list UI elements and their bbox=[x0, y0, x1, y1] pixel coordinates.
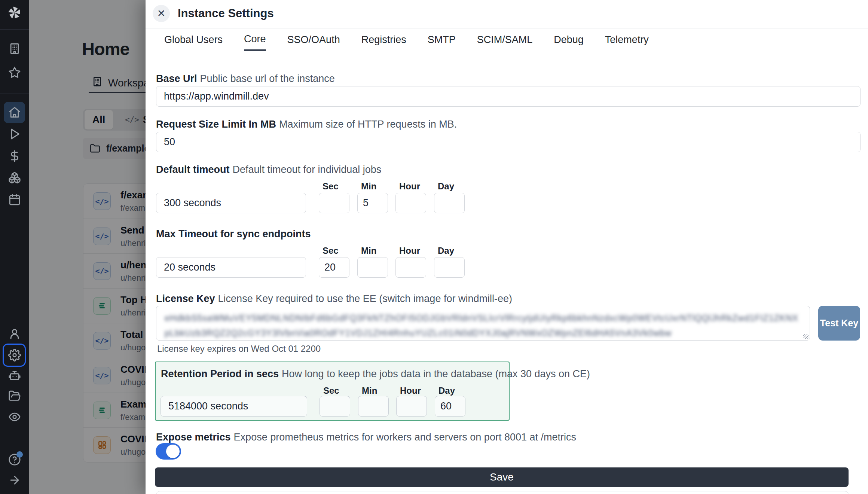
tab-debug[interactable]: Debug bbox=[554, 28, 584, 51]
resources-boxes-icon[interactable] bbox=[0, 170, 29, 186]
help-icon[interactable] bbox=[0, 451, 29, 468]
max-timeout-hour-input[interactable] bbox=[395, 257, 426, 278]
tab-registries[interactable]: Registries bbox=[361, 28, 406, 51]
workers-user-icon[interactable] bbox=[0, 326, 29, 342]
day-label: Day bbox=[438, 385, 455, 396]
base-url-label: Base UrlPublic base url of the instance bbox=[156, 73, 335, 85]
retention-period-section: Retention Period in secsHow long to keep… bbox=[155, 362, 510, 421]
min-label: Min bbox=[361, 246, 376, 256]
tab-scim-saml[interactable]: SCIM/SAML bbox=[477, 28, 533, 51]
retention-input[interactable] bbox=[161, 396, 307, 417]
ai-bot-icon[interactable] bbox=[0, 367, 29, 384]
tab-sso-oauth[interactable]: SSO/OAuth bbox=[287, 28, 340, 51]
hour-label: Hour bbox=[399, 246, 420, 256]
expose-metrics-toggle[interactable] bbox=[156, 443, 181, 460]
instance-settings-modal: ✕ Instance Settings Global Users Core SS… bbox=[146, 0, 868, 494]
license-key-label: License KeyLicense Key required to use t… bbox=[156, 293, 512, 305]
windmill-logo-icon[interactable] bbox=[0, 4, 29, 21]
toggle-knob bbox=[166, 445, 180, 458]
retention-sec-input[interactable] bbox=[320, 396, 350, 417]
day-label: Day bbox=[438, 181, 454, 192]
expose-metrics-label: Expose metricsExpose prometheus metrics … bbox=[156, 432, 576, 443]
sidebar-divider bbox=[0, 94, 29, 94]
modal-title: Instance Settings bbox=[178, 7, 274, 20]
sec-label: Sec bbox=[323, 181, 339, 192]
sidebar-divider bbox=[0, 29, 29, 30]
test-key-button[interactable]: Test Key bbox=[818, 306, 860, 341]
max-timeout-label: Max Timeout for sync endpoints bbox=[156, 228, 314, 240]
settings-gear-icon[interactable] bbox=[0, 347, 29, 363]
hour-label: Hour bbox=[400, 385, 421, 396]
workspace-building-icon[interactable] bbox=[0, 40, 29, 57]
retention-label: Retention Period in secsHow long to keep… bbox=[161, 368, 590, 380]
default-timeout-hour-input[interactable] bbox=[395, 193, 426, 213]
license-expiry-text: License key expires on Wed Oct 01 2200 bbox=[157, 344, 321, 354]
schedules-calendar-icon[interactable] bbox=[0, 192, 29, 208]
default-timeout-input[interactable] bbox=[156, 193, 306, 213]
license-key-textarea[interactable]: eHdkbS5saWMuVEY5MDNLNDNIbFd6bGdFQ3FkNTZh… bbox=[156, 306, 810, 341]
base-url-input[interactable] bbox=[156, 86, 861, 107]
request-size-input[interactable] bbox=[156, 132, 861, 152]
retention-hour-input[interactable] bbox=[396, 396, 427, 417]
settings-tabbar: Global Users Core SSO/OAuth Registries S… bbox=[146, 28, 868, 51]
save-button[interactable]: Save bbox=[155, 467, 849, 487]
tab-telemetry[interactable]: Telemetry bbox=[605, 28, 649, 51]
tab-core[interactable]: Core bbox=[244, 28, 266, 51]
max-timeout-min-input[interactable] bbox=[357, 257, 388, 278]
hour-label: Hour bbox=[399, 181, 420, 192]
runs-play-icon[interactable] bbox=[0, 126, 29, 142]
favorites-star-icon[interactable] bbox=[0, 64, 29, 81]
license-key-redacted-value: eHdkbS5saWMuVEY5MDNLNDNIbFd6bGdFQ3FkNTZh… bbox=[165, 311, 801, 341]
sec-label: Sec bbox=[323, 246, 339, 256]
variables-dollar-icon[interactable] bbox=[0, 148, 29, 164]
help-notification-dot bbox=[16, 451, 23, 458]
audit-eye-icon[interactable] bbox=[0, 409, 29, 425]
sec-label: Sec bbox=[323, 385, 339, 396]
collapse-arrow-right-icon[interactable] bbox=[0, 472, 29, 488]
day-label: Day bbox=[438, 246, 454, 256]
windmill-app: Home Workspa All </> Sc f/examples_e </>… bbox=[0, 0, 868, 494]
textarea-resize-handle[interactable] bbox=[803, 334, 809, 339]
default-timeout-min-input[interactable] bbox=[357, 193, 388, 213]
sidebar bbox=[0, 0, 29, 494]
retention-day-input[interactable] bbox=[435, 396, 465, 417]
max-timeout-sec-input[interactable] bbox=[319, 257, 349, 278]
default-timeout-label: Default timeoutDefault timeout for indiv… bbox=[156, 164, 381, 176]
close-icon: ✕ bbox=[157, 7, 166, 19]
home-icon[interactable] bbox=[0, 104, 29, 121]
tab-smtp[interactable]: SMTP bbox=[428, 28, 456, 51]
default-timeout-day-input[interactable] bbox=[434, 193, 465, 213]
tab-global-users[interactable]: Global Users bbox=[164, 28, 223, 51]
retention-min-input[interactable] bbox=[358, 396, 389, 417]
max-timeout-input[interactable] bbox=[156, 257, 306, 278]
max-timeout-day-input[interactable] bbox=[434, 257, 465, 278]
next-section-box bbox=[156, 491, 849, 494]
request-size-label: Request Size Limit In MBMaximum size of … bbox=[156, 119, 457, 130]
default-timeout-sec-input[interactable] bbox=[319, 193, 349, 213]
folders-icon[interactable] bbox=[0, 388, 29, 404]
min-label: Min bbox=[361, 181, 376, 192]
close-button[interactable]: ✕ bbox=[153, 5, 170, 22]
min-label: Min bbox=[362, 385, 377, 396]
